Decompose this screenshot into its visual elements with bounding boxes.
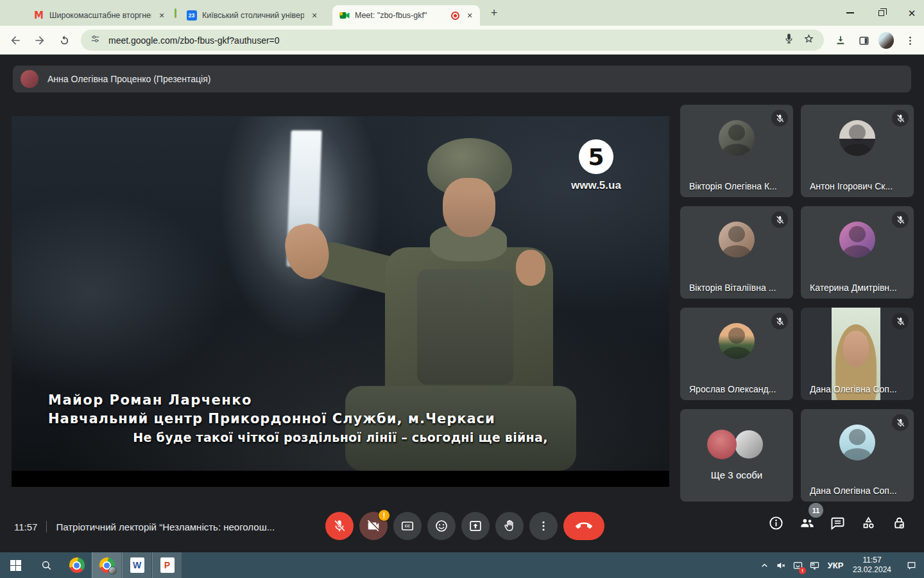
- side-panel-icon[interactable]: [856, 33, 871, 48]
- participant-tile[interactable]: Дана Олегівна Соп...: [801, 409, 914, 502]
- meeting-panels: [767, 514, 908, 532]
- presenter-banner[interactable]: Анна Олегівна Проценко (Презентація): [13, 66, 911, 92]
- forward-button[interactable]: [32, 33, 47, 48]
- divider: [46, 521, 47, 532]
- tab-title: Широкомасштабне вторгненн: [49, 11, 151, 20]
- taskbar-chrome-icon[interactable]: [62, 552, 92, 578]
- call-controls: ! CC: [325, 512, 604, 540]
- window-restore-button[interactable]: [871, 7, 891, 19]
- volume-muted-icon[interactable]: [773, 552, 789, 578]
- participant-name: Вікторія Олегівна К...: [689, 181, 777, 191]
- mic-off-icon: [771, 110, 788, 127]
- more-options-button[interactable]: [529, 512, 558, 540]
- network-icon[interactable]: [806, 552, 823, 578]
- windows-taskbar: W P ! УКР 11:57 23.02.2024: [0, 552, 924, 578]
- chat-icon[interactable]: [829, 514, 846, 532]
- close-icon[interactable]: ✕: [465, 10, 475, 21]
- caption-unit: Навчальний центр Прикордонної Служби, м.…: [48, 411, 495, 426]
- letterbox-bar: [12, 471, 669, 487]
- camera-alert-badge: !: [378, 509, 390, 521]
- new-tab-button[interactable]: +: [488, 6, 501, 19]
- window-close-button[interactable]: ✕: [902, 7, 921, 19]
- taskbar-search-button[interactable]: [31, 552, 62, 578]
- participant-tile[interactable]: Ярослав Олександ...: [680, 308, 793, 400]
- channel-5-logo: 5: [579, 139, 613, 174]
- mic-off-icon: [771, 313, 788, 329]
- host-controls-icon[interactable]: [891, 514, 908, 532]
- browser-menu-icon[interactable]: [902, 33, 918, 48]
- calendar-icon: 23: [186, 10, 197, 21]
- window-minimize-button[interactable]: [841, 7, 860, 19]
- tab-group-divider: [175, 8, 176, 18]
- end-call-button[interactable]: [563, 512, 604, 540]
- meeting-title: Патріотичний лекторій “Незламність: неог…: [56, 521, 275, 532]
- bookmark-star-icon[interactable]: [803, 33, 815, 48]
- participant-avatar: [839, 222, 875, 258]
- back-button[interactable]: [8, 33, 23, 48]
- taskbar-powerpoint-icon[interactable]: P: [152, 552, 182, 578]
- voice-search-icon[interactable]: [783, 33, 795, 48]
- caption-subtitle: Не буде такої чіткої роздільної лінії – …: [12, 430, 669, 444]
- info-icon[interactable]: [767, 514, 785, 532]
- action-center-icon[interactable]: [898, 552, 924, 578]
- presenter-name: Анна Олегівна Проценко (Презентація): [47, 74, 210, 84]
- presentation-video[interactable]: 5 www.5.ua Майор Роман Ларченко Навчальн…: [12, 116, 669, 487]
- presenter-avatar: [21, 70, 38, 88]
- taskbar-word-icon[interactable]: W: [122, 552, 152, 578]
- overflow-avatar: [734, 430, 764, 459]
- url-text[interactable]: meet.google.com/zbo-fbus-gkf?authuser=0: [108, 35, 775, 46]
- site-settings-icon[interactable]: [90, 33, 101, 47]
- language-indicator[interactable]: УКР: [823, 561, 848, 570]
- recording-indicator-icon: [451, 12, 459, 20]
- tray-chevron-icon[interactable]: [756, 552, 773, 578]
- reactions-button[interactable]: [427, 512, 456, 540]
- participant-tile[interactable]: Вікторія Віталіївна ...: [680, 206, 793, 299]
- capture-alert-badge: !: [799, 567, 806, 574]
- participant-name: Ярослав Олександ...: [689, 384, 776, 394]
- participant-tile[interactable]: Антон Ігорович Ск...: [801, 105, 914, 197]
- clock-date: 23.02.2024: [848, 565, 896, 575]
- gmail-icon: M: [33, 10, 44, 21]
- close-icon[interactable]: ✕: [157, 10, 167, 21]
- meeting-clock: 11:57: [14, 521, 37, 532]
- tab-meet[interactable]: Meet: "zbo-fbus-gkf" ✕: [332, 5, 480, 26]
- reload-button[interactable]: [56, 33, 72, 48]
- participant-name: Дана Олегівна Соп...: [810, 486, 897, 496]
- tab-gmail[interactable]: M Широкомасштабне вторгненн ✕: [27, 5, 172, 26]
- participant-tile[interactable]: Катерина Дмитрівн...: [801, 206, 914, 299]
- profile-avatar[interactable]: [878, 33, 894, 48]
- windows-logo-icon: [10, 560, 21, 571]
- system-tray: ! УКР 11:57 23.02.2024: [756, 552, 924, 578]
- start-button[interactable]: [0, 552, 31, 578]
- caption-name: Майор Роман Ларченко: [48, 392, 252, 408]
- meet-page: Анна Олегівна Проценко (Презентація) 5 w…: [0, 55, 924, 552]
- close-icon[interactable]: ✕: [309, 10, 320, 21]
- address-bar[interactable]: meet.google.com/zbo-fbus-gkf?authuser=0: [81, 30, 824, 51]
- tab-calendar[interactable]: 23 Київський столичний універси ✕: [180, 5, 325, 26]
- screen-capture-icon[interactable]: !: [789, 552, 806, 578]
- present-screen-button[interactable]: [461, 512, 490, 540]
- raise-hand-button[interactable]: [495, 512, 524, 540]
- clock-time: 11:57: [848, 556, 896, 565]
- meet-icon: [339, 10, 350, 21]
- overflow-count: Ще 3 особи: [680, 469, 793, 480]
- overflow-tile[interactable]: Ще 3 особи: [680, 409, 793, 502]
- camera-toggle-button[interactable]: !: [359, 512, 388, 540]
- captions-button[interactable]: CC: [393, 512, 422, 540]
- svg-text:CC: CC: [405, 524, 411, 528]
- tab-title: Київський столичний універси: [202, 11, 304, 20]
- participant-avatar: [719, 222, 755, 258]
- activities-icon[interactable]: [860, 514, 877, 532]
- taskbar-chrome-active-icon[interactable]: [92, 552, 122, 578]
- taskbar-clock[interactable]: 11:57 23.02.2024: [848, 556, 898, 575]
- participant-tile[interactable]: Вікторія Олегівна К...: [680, 105, 793, 197]
- mic-off-icon: [892, 110, 909, 127]
- downloads-icon[interactable]: [833, 33, 848, 48]
- tab-title: Meet: "zbo-fbus-gkf": [355, 11, 446, 20]
- mic-off-icon: [771, 211, 788, 228]
- browser-toolbar: meet.google.com/zbo-fbus-gkf?authuser=0: [0, 26, 924, 55]
- mic-off-icon: [892, 414, 909, 431]
- participant-avatar: [839, 425, 875, 460]
- participant-tile-live[interactable]: Дана Олегівна Соп...: [801, 308, 914, 400]
- mic-toggle-button[interactable]: [325, 512, 354, 540]
